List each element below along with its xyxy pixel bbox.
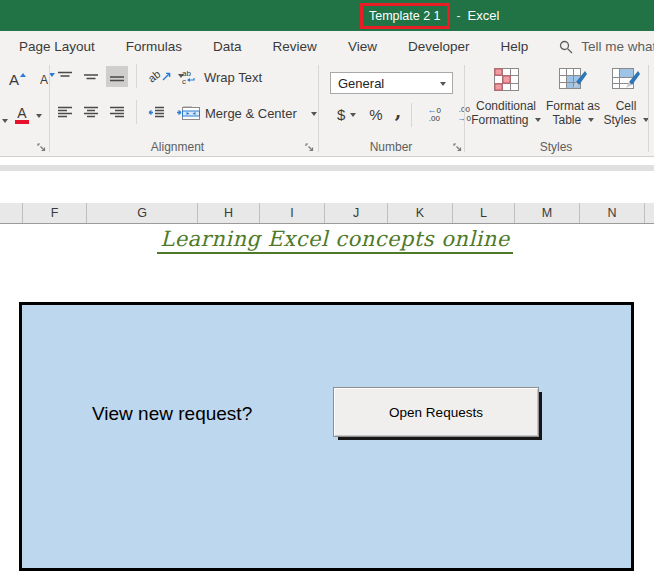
increase-decimal-button[interactable]: ←0 .00	[419, 102, 449, 127]
number-format-value: General	[338, 76, 384, 91]
panel-question-label: View new request?	[92, 403, 252, 425]
conditional-formatting-caret-icon	[535, 118, 541, 122]
column-header-stub[interactable]	[0, 203, 23, 223]
tell-me-label: Tell me what you w	[581, 39, 654, 54]
column-header-row: F G H I J K L M N	[0, 203, 654, 224]
cell-styles-icon	[612, 68, 640, 91]
wrap-text-label: Wrap Text	[204, 70, 262, 85]
top-align-button[interactable]	[54, 66, 76, 87]
conditional-formatting-label-2: Formatting	[471, 113, 528, 127]
excel-window: Template 2 1 - Excel Page Layout Formula…	[0, 0, 654, 588]
mini-separator	[411, 103, 412, 127]
sheet-heading: Learning Excel concepts online	[157, 227, 513, 254]
format-as-table-button[interactable]: Format as Table	[544, 68, 602, 127]
merge-center-button[interactable]: Merge & Center	[182, 106, 317, 121]
column-header-F[interactable]: F	[23, 203, 87, 223]
number-format-select[interactable]: General	[330, 72, 453, 94]
group-separator	[464, 65, 465, 152]
merge-center-label: Merge & Center	[205, 106, 297, 121]
column-header-L[interactable]: L	[453, 203, 515, 223]
styles-group-label: Styles	[464, 140, 648, 154]
percent-style-button[interactable]: %	[366, 102, 385, 127]
align-left-button[interactable]	[54, 102, 76, 123]
column-header-G[interactable]: G	[87, 203, 198, 223]
cut-off-dropdown-caret-icon[interactable]	[2, 112, 8, 127]
column-header-M[interactable]: M	[515, 203, 580, 223]
middle-align-icon	[83, 70, 99, 83]
align-center-icon	[83, 106, 99, 119]
orientation-arrow-icon	[161, 71, 172, 82]
column-header-H[interactable]: H	[198, 203, 260, 223]
column-header-I[interactable]: I	[260, 203, 325, 223]
format-as-table-label-2: Table	[552, 113, 581, 127]
search-icon	[559, 40, 573, 54]
conditional-formatting-label-1: Conditional	[476, 99, 536, 113]
cell-styles-label-2: Styles	[603, 113, 636, 127]
number-group-label: Number	[318, 140, 464, 154]
column-header-K[interactable]: K	[388, 203, 453, 223]
userform-panel: View new request? Open Requests	[19, 302, 634, 571]
format-as-table-caret-icon	[588, 118, 594, 122]
ribbon-tab-bar: Page Layout Formulas Data Review View De…	[0, 31, 654, 62]
align-center-button[interactable]	[80, 102, 102, 123]
font-color-button[interactable]: A	[12, 103, 32, 128]
tab-developer[interactable]: Developer	[408, 39, 470, 54]
number-format-caret-icon	[440, 82, 446, 86]
wrap-text-button[interactable]: ab c Wrap Text	[182, 70, 262, 85]
window-title: Template 2 1 - Excel	[360, 0, 499, 31]
title-bar: Template 2 1 - Excel	[0, 0, 654, 31]
tab-data[interactable]: Data	[213, 39, 242, 54]
alignment-dialog-launcher[interactable]	[304, 141, 315, 152]
comma-style-button[interactable]: ,	[392, 106, 405, 124]
cell-styles-button[interactable]: Cell Styles	[602, 68, 650, 127]
wrap-text-icon: ab c	[182, 70, 199, 85]
merge-center-icon	[182, 107, 200, 120]
mini-separator	[136, 100, 137, 124]
column-header-partial[interactable]	[645, 203, 654, 223]
orientation-button[interactable]: ab	[145, 66, 175, 86]
number-dialog-launcher[interactable]	[452, 141, 463, 152]
font-color-caret-icon[interactable]	[36, 114, 42, 118]
tab-formulas[interactable]: Formulas	[126, 39, 182, 54]
formula-bar-strip	[0, 165, 654, 171]
bottom-align-button[interactable]	[106, 66, 128, 87]
column-header-N[interactable]: N	[580, 203, 645, 223]
tab-view[interactable]: View	[348, 39, 377, 54]
column-header-J[interactable]: J	[325, 203, 388, 223]
grow-font-button[interactable]: A	[6, 67, 29, 92]
conditional-formatting-button[interactable]: Conditional Formatting	[468, 68, 544, 127]
cell-styles-label-1: Cell	[616, 99, 637, 113]
middle-align-button[interactable]	[80, 66, 102, 87]
ribbon: A A A	[0, 62, 654, 157]
tell-me-search[interactable]: Tell me what you w	[559, 39, 654, 54]
align-right-button[interactable]	[106, 102, 128, 123]
document-title: Template 2 1	[369, 9, 441, 23]
top-align-icon	[57, 70, 73, 83]
font-color-icon: A	[15, 107, 29, 124]
mini-separator	[136, 64, 137, 88]
group-separator	[648, 65, 649, 152]
align-right-icon	[109, 106, 125, 119]
font-dialog-launcher[interactable]	[36, 141, 47, 152]
accounting-format-button[interactable]: $	[334, 102, 348, 127]
align-left-icon	[57, 106, 73, 119]
decrease-indent-icon	[148, 106, 165, 119]
alignment-group-label: Alignment	[49, 140, 306, 154]
tab-help[interactable]: Help	[500, 39, 528, 54]
title-separator: -	[457, 9, 461, 23]
merge-center-caret-icon[interactable]	[311, 112, 317, 116]
grow-font-icon	[20, 73, 26, 77]
accounting-format-caret-icon[interactable]	[350, 113, 356, 117]
increase-decimal-icon: ←0 .00	[422, 106, 446, 123]
group-separator	[49, 65, 50, 152]
bottom-align-icon	[109, 70, 125, 83]
format-as-table-icon	[559, 68, 587, 91]
tab-review[interactable]: Review	[273, 39, 317, 54]
format-as-table-label-1: Format as	[546, 99, 600, 113]
decrease-indent-button[interactable]	[145, 102, 168, 123]
orientation-icon: ab	[146, 68, 163, 85]
open-requests-button[interactable]: Open Requests	[333, 387, 539, 437]
sheet-heading-row: Learning Excel concepts online	[0, 227, 654, 254]
tab-page-layout[interactable]: Page Layout	[19, 39, 95, 54]
group-separator	[318, 65, 319, 152]
